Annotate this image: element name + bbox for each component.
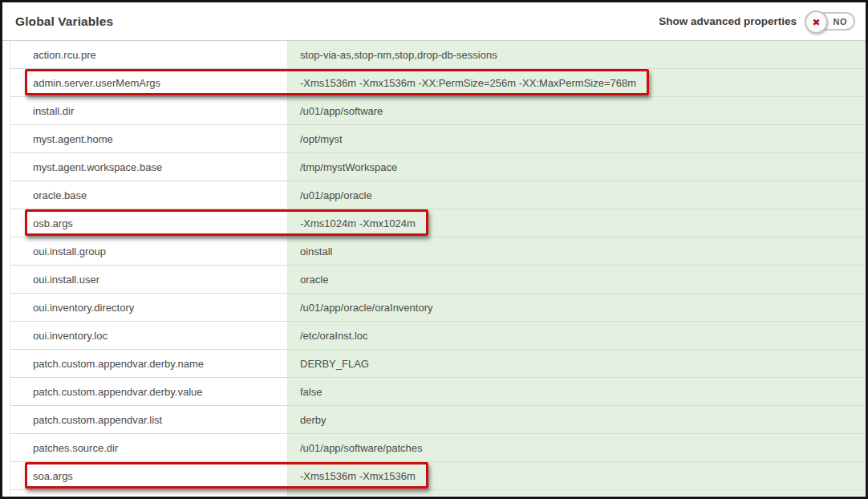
table-row[interactable]: patch.custom.appendvar.derby.value false: [10, 378, 866, 406]
variable-value[interactable]: -Xms1536m -Xmx1536m: [287, 462, 866, 489]
variable-name: patch.custom.appendvar.derby.value: [10, 378, 287, 405]
table-row[interactable]: patch.custom.appendvar.list derby: [10, 406, 866, 434]
table-row-partial[interactable]: [10, 490, 866, 496]
variable-value-text: -Xms1536m -Xmx1536m -XX:PermSize=256m -X…: [300, 77, 636, 89]
variable-value[interactable]: oinstall: [287, 237, 866, 265]
page-title: Global Variables: [15, 14, 113, 29]
table-row[interactable]: oracle.base /u01/app/oracle: [10, 181, 866, 209]
variable-value-text: /u01/app/oracle/oraInventory: [300, 302, 433, 314]
variable-value[interactable]: [287, 490, 866, 496]
variable-name: oui.inventory.directory: [10, 294, 287, 321]
advanced-properties-label: Show advanced properties: [659, 15, 797, 27]
variable-name: oui.inventory.loc: [10, 322, 287, 349]
advanced-properties-toggle[interactable]: ✖ NO: [805, 12, 855, 30]
global-variables-panel: Global Variables Show advanced propertie…: [0, 0, 868, 499]
table-row[interactable]: oui.install.group oinstall: [10, 237, 866, 266]
table-row[interactable]: myst.agent.home /opt/myst: [10, 125, 866, 153]
variable-value-text: /u01/app/software: [300, 105, 383, 117]
variable-name: myst.agent.home: [10, 125, 287, 152]
variable-name: oui.install.group: [10, 237, 287, 265]
variable-value[interactable]: /u01/app/software/patches: [287, 434, 866, 461]
variable-name: action.rcu.pre: [10, 41, 287, 68]
table-row[interactable]: soa.args -Xms1536m -Xmx1536m: [10, 462, 866, 490]
table-row[interactable]: oui.inventory.loc /etc/oraInst.loc: [10, 322, 866, 350]
variable-name: patch.custom.appendvar.list: [10, 406, 287, 433]
variable-value[interactable]: DERBY_FLAG: [287, 350, 866, 377]
variable-value[interactable]: -Xms1024m -Xmx1024m: [287, 209, 866, 237]
variable-name: admin.server.userMemArgs: [10, 69, 287, 96]
variable-value[interactable]: /etc/oraInst.loc: [287, 322, 866, 349]
table-row[interactable]: osb.args -Xms1024m -Xmx1024m: [10, 209, 866, 237]
advanced-properties-control: Show advanced properties ✖ NO: [659, 12, 855, 30]
variable-name: myst.agent.workspace.base: [10, 153, 287, 181]
table-row[interactable]: action.rcu.pre stop-via-as,stop-nm,stop,…: [10, 41, 866, 69]
variable-value-text: /etc/oraInst.loc: [300, 330, 368, 342]
variables-table: action.rcu.pre stop-via-as,stop-nm,stop,…: [10, 41, 866, 496]
variable-name: oracle.base: [10, 181, 287, 209]
variable-value[interactable]: /u01/app/oracle: [287, 181, 866, 209]
toggle-state-label: NO: [834, 17, 854, 26]
variable-value[interactable]: /u01/app/software: [287, 97, 866, 124]
toggle-knob[interactable]: ✖: [805, 10, 828, 34]
table-row[interactable]: myst.agent.workspace.base /tmp/mystWorks…: [10, 153, 866, 181]
variable-value-text: false: [300, 386, 322, 398]
table-row[interactable]: oui.inventory.directory /u01/app/oracle/…: [10, 294, 866, 322]
table-row[interactable]: patch.custom.appendvar.derby.name DERBY_…: [10, 350, 866, 378]
variable-name: osb.args: [10, 209, 287, 237]
variable-value[interactable]: derby: [287, 406, 866, 433]
variable-name: patch.custom.appendvar.derby.name: [10, 350, 287, 377]
variable-value[interactable]: stop-via-as,stop-nm,stop,drop-db-session…: [287, 41, 866, 68]
variable-value-text: /tmp/mystWorkspace: [300, 161, 397, 173]
table-row[interactable]: admin.server.userMemArgs -Xms1536m -Xmx1…: [10, 69, 866, 97]
variable-value-text: oinstall: [300, 245, 332, 258]
variable-value-text: -Xms1024m -Xmx1024m: [300, 217, 416, 229]
variable-name: patches.source.dir: [10, 434, 287, 461]
variable-name: [10, 490, 287, 496]
variable-value[interactable]: /tmp/mystWorkspace: [287, 153, 866, 181]
variable-name: oui.install.user: [10, 266, 287, 293]
variable-value-text: stop-via-as,stop-nm,stop,drop-db-session…: [300, 49, 497, 61]
table-row[interactable]: patches.source.dir /u01/app/software/pat…: [10, 434, 866, 462]
toggle-x-icon: ✖: [812, 18, 820, 27]
variable-value[interactable]: /opt/myst: [287, 125, 866, 152]
variable-value[interactable]: false: [287, 378, 866, 405]
variable-value-text: -Xms1536m -Xmx1536m: [300, 470, 416, 482]
variable-name: install.dir: [10, 97, 287, 124]
variable-value[interactable]: -Xms1536m -Xmx1536m -XX:PermSize=256m -X…: [287, 69, 866, 96]
variable-value-text: derby: [300, 414, 327, 426]
variable-value-text: /u01/app/oracle: [300, 189, 372, 201]
table-row[interactable]: oui.install.user oracle: [10, 266, 866, 294]
variable-value[interactable]: oracle: [287, 266, 866, 293]
table-row[interactable]: install.dir /u01/app/software: [10, 97, 866, 125]
panel-header: Global Variables Show advanced propertie…: [2, 2, 866, 41]
variable-value-text: DERBY_FLAG: [300, 358, 369, 370]
variable-value[interactable]: /u01/app/oracle/oraInventory: [287, 294, 866, 321]
variable-value-text: oracle: [300, 274, 328, 286]
variable-name: soa.args: [10, 462, 287, 489]
variable-value-text: /opt/myst: [300, 133, 343, 145]
variable-value-text: /u01/app/software/patches: [300, 442, 423, 454]
